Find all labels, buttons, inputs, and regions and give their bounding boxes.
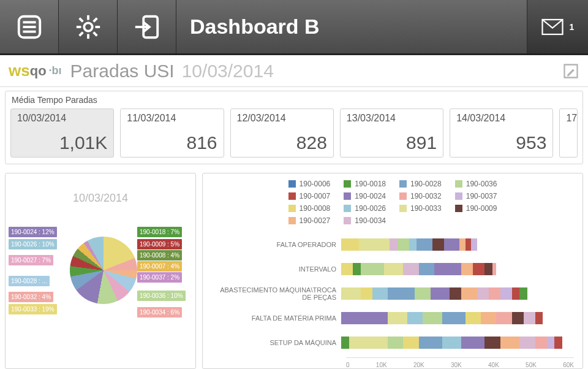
legend-item[interactable]: 190-0009 [455, 204, 497, 213]
bar-segment [442, 337, 462, 349]
menu-button[interactable] [0, 0, 59, 53]
bar-segment [535, 337, 547, 349]
legend-item[interactable]: 190-0037 [455, 192, 497, 200]
pie-chart[interactable]: 190-0024 : 12%190-0026 : 10%190-0027 : 7… [9, 218, 192, 353]
bar-segment [461, 287, 477, 300]
page-title: Dashboard B [176, 0, 527, 53]
gear-icon [74, 13, 102, 41]
svg-rect-3 [23, 30, 36, 32]
bar-category-label: FALTA OPERADOR [211, 241, 341, 248]
legend-label: 190-0027 [300, 216, 331, 225]
bar-segment [461, 337, 484, 349]
charts-row: 10/03/2014 190-0024 : 12%190-0026 : 10%1… [0, 168, 588, 369]
legend-item[interactable]: 190-0018 [344, 180, 386, 188]
menu-icon [15, 13, 43, 41]
pie-slice-label: 190-0036 : 10% [137, 291, 186, 301]
edit-button[interactable] [562, 63, 579, 80]
legend-item[interactable]: 190-0028 [399, 180, 442, 188]
legend-item[interactable]: 190-0024 [344, 192, 386, 200]
card-value: 891 [347, 132, 437, 153]
legend-label: 190-0024 [355, 192, 386, 200]
card-value: 953 [456, 132, 546, 153]
bar-segment [341, 287, 361, 300]
metric-card[interactable]: 12/03/2014828 [230, 108, 334, 158]
legend-label: 190-0006 [300, 180, 331, 188]
bar-segment [471, 238, 477, 251]
bar-segment [384, 263, 404, 275]
bar-segment [403, 337, 418, 349]
mail-icon [541, 18, 564, 36]
bar-segment [450, 287, 461, 300]
settings-button[interactable] [59, 0, 118, 53]
xaxis-tick: 0 [346, 362, 350, 368]
legend-swatch [399, 192, 407, 200]
legend-item[interactable]: 190-0008 [288, 204, 331, 213]
card-date: 13/03/2014 [347, 113, 437, 124]
bar-segment [419, 263, 434, 275]
card-value: 816 [127, 132, 217, 153]
bar-segment [341, 238, 359, 251]
bar-track [341, 263, 574, 275]
bar-segment [341, 337, 349, 349]
pie-slice-label: 190-0018 : 7% [137, 227, 182, 237]
pie-slice-label: 190-0033 : 19% [9, 304, 57, 314]
metric-card[interactable]: 13/03/2014891 [340, 108, 443, 158]
pie-slice-label: 190-0009 : 5% [137, 239, 182, 249]
legend-item[interactable]: 190-0034 [344, 216, 386, 225]
legend-swatch [288, 205, 296, 212]
bar-segment [353, 263, 361, 275]
legend-swatch [455, 192, 462, 200]
metric-card[interactable]: 11/03/2014816 [120, 108, 224, 158]
metric-card[interactable]: 14/03/2014953 [450, 108, 553, 158]
legend-item[interactable]: 190-0032 [399, 192, 442, 200]
bar-segment [398, 238, 409, 251]
legend-item[interactable]: 190-0007 [288, 192, 331, 200]
notifications-count: 1 [570, 22, 575, 32]
card-date: 10/03/2014 [17, 113, 107, 124]
bar-segment [466, 312, 481, 324]
page-heading: wsqo·bı Paradas USI 10/03/2014 [0, 55, 588, 87]
bar-row: FALTA OPERADOR [211, 235, 574, 254]
edit-icon [562, 63, 579, 80]
metric-card[interactable]: 10/03/20141,01K [10, 108, 114, 158]
bar-segment [409, 238, 417, 251]
legend-item[interactable]: 190-0036 [455, 180, 497, 188]
bar-segment [519, 337, 535, 349]
xaxis-tick: 50K [526, 362, 537, 368]
bar-track [341, 312, 574, 324]
legend-swatch [344, 192, 351, 200]
notifications-button[interactable]: 1 [527, 0, 588, 53]
legend-item[interactable]: 190-0006 [288, 180, 331, 188]
legend-item[interactable]: 190-0033 [399, 204, 442, 213]
legend-item[interactable]: 190-0026 [344, 204, 386, 213]
enter-icon [133, 13, 161, 41]
bar-segment [423, 312, 442, 324]
legend-label: 190-0037 [466, 192, 497, 200]
bar-chart[interactable]: FALTA OPERADORINTERVALOABASTECIMENTO MÁQ… [211, 235, 574, 357]
bar-segment [431, 287, 450, 300]
legend-label: 190-0034 [355, 216, 386, 225]
metric-card[interactable]: 17/ [559, 108, 578, 158]
card-value: 1,01K [17, 132, 107, 153]
bar-segment [512, 287, 520, 300]
pie-slice-label: 190-0034 : 6% [137, 307, 182, 318]
bar-segment [484, 263, 492, 275]
bar-segment [444, 238, 459, 251]
bar-chart-panel: 190-0006190-0018190-0028190-0036190-0007… [202, 173, 583, 369]
bar-track [341, 238, 574, 251]
bar-segment [372, 287, 388, 300]
legend-item[interactable]: 190-0027 [288, 216, 331, 225]
pie-slice-label: 190-0032 : 4% [9, 292, 53, 302]
bar-segment [388, 337, 403, 349]
pie-chart-title: 10/03/2014 [73, 192, 128, 205]
card-date: 14/03/2014 [456, 113, 546, 124]
svg-rect-1 [23, 21, 36, 23]
bar-segment [489, 287, 500, 300]
bar-chart-xaxis: 010K20K30K40K50K60K [346, 357, 574, 368]
xaxis-tick: 60K [563, 362, 574, 368]
bar-segment [349, 337, 388, 349]
bar-segment [500, 337, 520, 349]
legend-swatch [288, 180, 296, 188]
login-button[interactable] [118, 0, 176, 53]
legend-label: 190-0008 [300, 204, 331, 213]
